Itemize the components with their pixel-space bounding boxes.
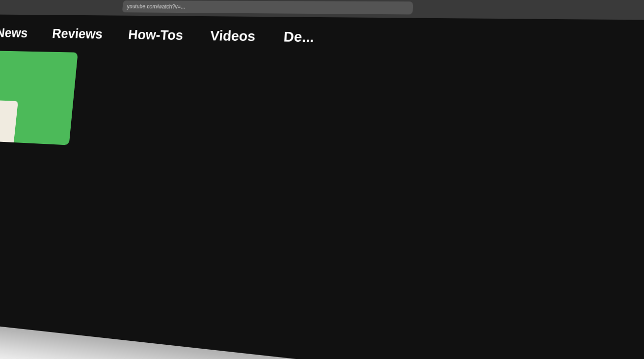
browser-window: Safari File Edit View History Bookmarks … (0, 0, 644, 359)
nav-item-reviews[interactable]: Reviews (39, 26, 116, 42)
nav-item-news[interactable]: News (0, 25, 41, 41)
url-address-text: youtube.com/watch?v=... (127, 3, 186, 10)
nav-item-howtos[interactable]: How-Tos (115, 27, 197, 44)
nav-item-more[interactable]: De... (269, 28, 329, 46)
featured-article-card[interactable] (0, 50, 78, 145)
phone-image (0, 100, 18, 144)
nav-item-videos[interactable]: Videos (196, 28, 270, 45)
website-content: ai News Reviews How-Tos Videos De... (0, 14, 644, 359)
url-address-bar[interactable]: youtube.com/watch?v=... (122, 0, 413, 14)
site-content-area (0, 50, 644, 175)
